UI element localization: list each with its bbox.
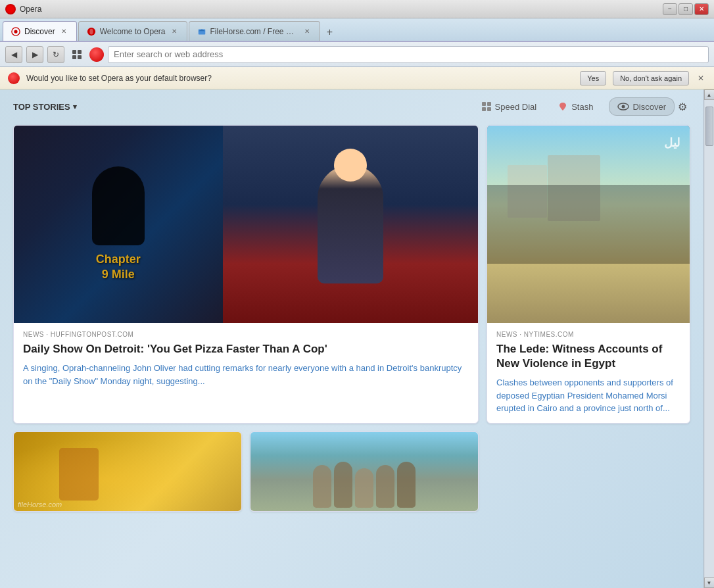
scroll-thumb[interactable] [705,107,713,146]
scrollbar: ▲ ▼ [703,89,714,588]
address-bar: ◀ ▶ ↻ [0,42,714,67]
svg-point-1 [14,30,17,33]
eye-icon [11,27,20,36]
tab-filehorse-close[interactable]: ✕ [302,27,312,36]
page-area: TOP STORIES Speed Dial [0,89,703,588]
crowd-area [487,185,690,264]
main-news-card[interactable]: Chapter9 Mile [13,125,479,424]
tab-welcome-close[interactable]: ✕ [170,27,179,36]
bottom-right-card[interactable] [250,431,479,512]
host-container [318,165,383,283]
bottom-cards-grid: fileHorse.com [13,431,690,512]
tab-welcome[interactable]: Welcome to Opera ✕ [78,21,187,41]
side-card-image: ليل [487,126,690,323]
main-card-title: Daily Show On Detroit: 'You Get Pizza Fa… [23,342,469,356]
discover-link[interactable]: Discover [609,97,675,116]
bottom-left-image: fileHorse.com [14,432,241,511]
svg-rect-10 [487,102,491,106]
window-controls: − □ ✕ [663,3,709,15]
main-card-image-content: Chapter9 Mile [14,126,478,323]
main-content: TOP STORIES Speed Dial [0,89,714,588]
tab-bar: Discover ✕ Welcome to Opera ✕ FileHorse.… [0,18,714,42]
main-card-excerpt: A singing, Oprah-channeling John Oliver … [23,362,469,387]
svg-rect-8 [78,55,82,59]
close-button[interactable]: ✕ [694,3,709,15]
tab-filehorse[interactable]: FileHorse.com / Free Softw... ✕ [189,21,320,41]
side-card-image-content: ليل [487,126,690,323]
tab-welcome-label: Welcome to Opera [100,27,166,36]
svg-rect-6 [78,50,82,54]
performer-figure [59,448,99,501]
top-stories-button[interactable]: TOP STORIES [13,102,77,112]
content-page: TOP STORIES Speed Dial [0,89,703,588]
title-bar: Opera − □ ✕ [0,0,714,18]
svg-rect-11 [482,107,486,111]
side-card-title: The Lede: Witness Accounts of New Violen… [496,342,680,371]
host-figure [318,165,383,283]
bottom-right-image [250,432,478,511]
side-card-source: NEWS · NYTIMES.COM [496,331,680,338]
svg-rect-5 [72,50,76,54]
image-left-panel: Chapter9 Mile [14,126,223,323]
address-input[interactable] [108,46,709,63]
notification-icon [8,72,20,84]
filehorse-icon [197,27,206,36]
tab-discover-label: Discover [24,27,55,36]
scroll-up-button[interactable]: ▲ [704,89,715,100]
speed-dial-icon [481,101,492,112]
tab-discover-close[interactable]: ✕ [59,27,68,36]
opera-orb-icon [89,47,104,62]
speed-dial-link[interactable]: Speed Dial [476,99,542,114]
settings-gear-button[interactable]: ⚙ [675,99,690,114]
cards-grid: Chapter9 Mile [13,125,690,424]
bottom-left-overlay [14,432,241,511]
opera-logo-icon [5,4,16,14]
content-nav: TOP STORIES Speed Dial [13,97,690,116]
app-title: Opera [20,5,41,14]
discover-label: Discover [632,102,666,112]
opera-icon [87,27,96,36]
reload-button[interactable]: ↻ [47,46,64,63]
speed-dial-grid-button[interactable] [68,46,85,63]
minimize-button[interactable]: − [663,3,677,15]
discover-eye-icon [617,101,629,112]
title-bar-left: Opera [5,4,41,14]
notification-yes-button[interactable]: Yes [580,71,606,86]
svg-point-3 [89,28,93,34]
scroll-down-button[interactable]: ▼ [704,577,715,588]
main-card-image: Chapter9 Mile [14,126,478,323]
host-head [334,149,367,182]
person-2 [334,462,352,508]
group-silhouettes [250,448,478,511]
svg-rect-12 [487,107,491,111]
grid-icon [72,49,82,60]
tab-discover[interactable]: Discover ✕ [3,21,77,41]
person-4 [376,465,394,508]
person-1 [313,465,331,508]
person-5 [397,462,416,508]
image-right-panel [223,126,478,323]
stash-link[interactable]: Stash [552,99,598,114]
arabic-text: ليل [664,135,680,150]
stash-label: Stash [571,102,593,112]
forward-button[interactable]: ▶ [26,46,43,63]
speed-dial-label: Speed Dial [495,102,537,112]
notification-text: Would you like to set Opera as your defa… [26,74,573,83]
scroll-track [705,100,714,577]
tab-filehorse-label: FileHorse.com / Free Softw... [210,27,298,36]
chapter-text: Chapter9 Mile [96,252,141,283]
stash-icon [558,101,568,112]
notification-close-button[interactable]: ✕ [696,73,706,84]
notification-no-button[interactable]: No, don't ask again [613,71,689,86]
bottom-left-card[interactable]: fileHorse.com [13,431,242,512]
notification-bar: Would you like to set Opera as your defa… [0,67,714,89]
filehorse-watermark: fileHorse.com [18,501,62,508]
back-button[interactable]: ◀ [5,46,22,63]
restore-button[interactable]: □ [678,3,693,15]
svg-point-14 [622,105,625,109]
figure-silhouette [92,166,145,245]
side-news-card[interactable]: ليل NEWS · NYTIMES.COM The Lede: Witness… [487,125,690,424]
new-tab-button[interactable]: + [321,24,339,41]
side-image-visual: ليل [487,126,690,323]
nav-links: Speed Dial Stash Discover [476,97,675,116]
